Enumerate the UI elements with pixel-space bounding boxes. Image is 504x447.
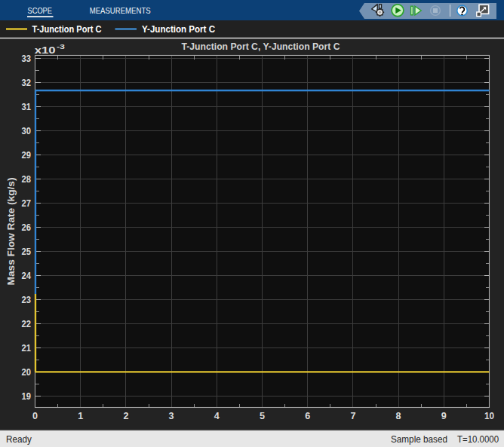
svg-text:9: 9: [441, 411, 447, 421]
svg-text:20: 20: [22, 367, 32, 378]
svg-text:x10: x10: [35, 45, 56, 56]
svg-text:7: 7: [350, 411, 355, 421]
svg-text:2: 2: [123, 411, 128, 421]
svg-text:27: 27: [22, 198, 32, 209]
svg-text:T=10.0000: T=10.0000: [457, 434, 499, 445]
svg-text:24: 24: [22, 271, 32, 281]
svg-text:Sample based: Sample based: [391, 434, 447, 445]
svg-text:-3: -3: [57, 42, 65, 51]
svg-text:4: 4: [214, 411, 220, 421]
svg-text:5: 5: [260, 411, 265, 421]
svg-text:MEASUREMENTS: MEASUREMENTS: [90, 6, 151, 15]
svg-text:3: 3: [169, 411, 174, 421]
svg-text:Ready: Ready: [6, 434, 32, 445]
svg-text:10: 10: [484, 411, 494, 421]
svg-text:26: 26: [22, 222, 32, 233]
svg-text:Mass Flow Rate (kg/s): Mass Flow Rate (kg/s): [5, 178, 17, 286]
svg-text:32: 32: [22, 78, 32, 88]
svg-text:22: 22: [22, 319, 32, 329]
svg-text:Y-Junction Port C: Y-Junction Port C: [142, 24, 215, 35]
svg-text:31: 31: [22, 102, 32, 112]
svg-text:25: 25: [22, 246, 32, 257]
svg-text:6: 6: [305, 411, 310, 421]
svg-text:21: 21: [22, 343, 32, 354]
svg-text:28: 28: [22, 174, 32, 185]
svg-text:19: 19: [22, 391, 32, 402]
svg-text:0: 0: [32, 411, 38, 421]
svg-text:1: 1: [78, 411, 83, 421]
svg-text:T-Junction Port C, Y-Junction: T-Junction Port C, Y-Junction Port C: [182, 41, 341, 52]
svg-text:T-Junction Port C: T-Junction Port C: [32, 24, 102, 35]
svg-text:29: 29: [22, 150, 32, 161]
svg-text:23: 23: [22, 295, 32, 305]
svg-text:33: 33: [22, 54, 32, 64]
svg-text:SCOPE: SCOPE: [28, 6, 53, 15]
svg-text:8: 8: [396, 411, 401, 421]
svg-text:30: 30: [22, 126, 32, 136]
